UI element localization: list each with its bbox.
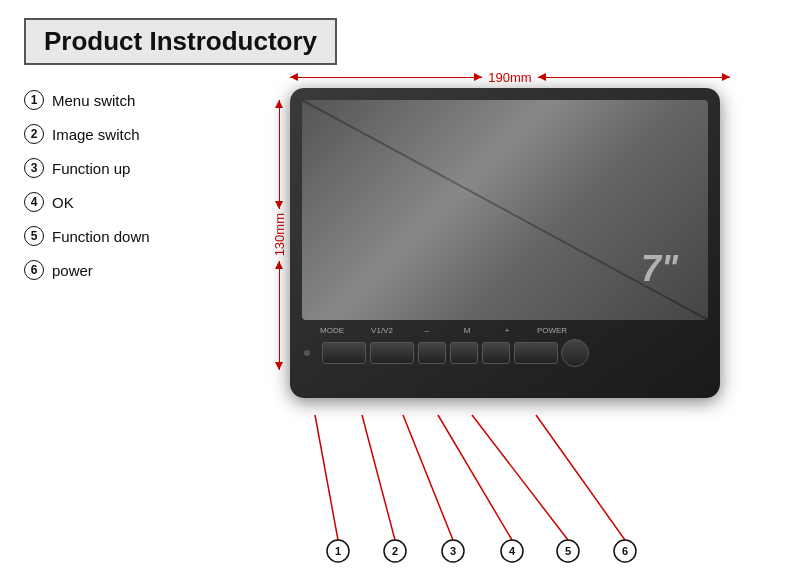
legend-label-1: Menu switch [52,92,135,109]
legend-label-6: power [52,262,93,279]
svg-text:3: 3 [450,545,456,557]
dim-line-vertical-2 [279,261,280,370]
dimension-left: 130mm [272,100,287,370]
btn-label-m: M [450,326,484,335]
monitor-area: 190mm 130mm 7" MODE V1/V2 – M [260,70,740,490]
svg-text:1: 1 [335,545,341,557]
legend-num-4: 4 [24,192,44,212]
svg-point-9 [384,540,406,562]
dim-line-horizontal-2 [538,77,730,78]
svg-point-15 [557,540,579,562]
legend-num-6: 6 [24,260,44,280]
title-box: Product Instroductory [24,18,337,65]
dimension-top: 190mm [290,70,730,85]
svg-point-11 [442,540,464,562]
monitor-screen: 7" [302,100,708,320]
svg-text:4: 4 [509,545,516,557]
legend-label-5: Function down [52,228,150,245]
screen-size-label: 7" [641,248,678,290]
buttons-strip [304,339,708,367]
legend-item-6: 6 power [24,260,150,280]
monitor-btn-plus[interactable] [482,342,510,364]
dim-label-width: 190mm [482,70,537,85]
btn-label-mode: MODE [310,326,354,335]
monitor-power-circle-btn[interactable] [561,339,589,367]
legend-label-4: OK [52,194,74,211]
button-labels: MODE V1/V2 – M + POWER [310,326,708,335]
btn-label-plus: + [490,326,524,335]
monitor-btn-m[interactable] [450,342,478,364]
monitor-btn-power[interactable] [514,342,558,364]
legend-num-5: 5 [24,226,44,246]
svg-point-17 [614,540,636,562]
monitor-btn-mode[interactable] [322,342,366,364]
svg-point-7 [327,540,349,562]
legend-item-4: 4 OK [24,192,150,212]
btn-label-minus: – [410,326,444,335]
power-btn-area [514,339,589,367]
dim-label-height: 130mm [272,209,287,260]
dim-line-horizontal [290,77,482,78]
legend-item-5: 5 Function down [24,226,150,246]
legend-item-3: 3 Function up [24,158,150,178]
legend-num-1: 1 [24,90,44,110]
monitor-btn-minus[interactable] [418,342,446,364]
monitor-btn-v1v2[interactable] [370,342,414,364]
dim-line-vertical [279,100,280,209]
btn-label-v1v2: V1/V2 [360,326,404,335]
legend-label-3: Function up [52,160,130,177]
page-container: Product Instroductory 1 Menu switch 2 Im… [0,0,800,571]
monitor-body: 7" MODE V1/V2 – M + POWER [290,88,720,398]
legend-item-2: 2 Image switch [24,124,150,144]
svg-text:2: 2 [392,545,398,557]
page-title: Product Instroductory [44,26,317,56]
svg-text:6: 6 [622,545,628,557]
btn-label-power: POWER [530,326,574,335]
legend-num-2: 2 [24,124,44,144]
legend-label-2: Image switch [52,126,140,143]
legend-num-3: 3 [24,158,44,178]
svg-text:5: 5 [565,545,571,557]
legend-item-1: 1 Menu switch [24,90,150,110]
legend: 1 Menu switch 2 Image switch 3 Function … [24,90,150,294]
svg-point-13 [501,540,523,562]
led-dot [304,350,310,356]
